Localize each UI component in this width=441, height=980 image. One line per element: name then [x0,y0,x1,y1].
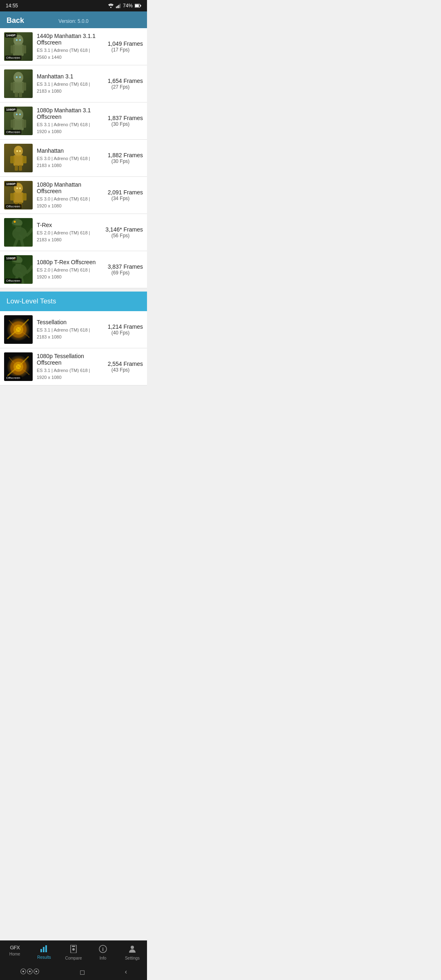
svg-point-52 [19,187,21,189]
svg-point-33 [16,114,18,115]
score-fps: (43 Fps) [98,367,143,373]
svg-point-57 [14,221,16,223]
score-fps: (17 Fps) [98,47,143,53]
item-score: 3,146* Frames (56 Fps) [98,226,143,238]
svg-rect-37 [13,155,23,166]
score-frames: 1,837 Frames [98,115,143,121]
item-title: 1080p Manhattan 3.1 Offscreen [37,107,98,120]
top-bar: Back Version: 5.0.0 [0,11,147,28]
item-info: 1080p Tessellation Offscreen ES 3.1 | Ad… [37,353,98,381]
svg-rect-1 [116,7,117,8]
svg-rect-23 [19,92,22,97]
badge-bottom: Offscreen [5,56,22,60]
item-score: 2,554 Frames (43 Fps) [98,361,143,373]
thumbnail: Offscreen [4,352,33,381]
version-text: Version: 5.0.0 [7,18,140,24]
list-item[interactable]: Offscreen 1080p Tessellation Offscreen E… [0,348,147,385]
low-level-header: Low-Level Tests [0,292,147,311]
item-score: 1,654 Frames (27 Fps) [98,78,143,90]
svg-point-0 [110,7,111,8]
svg-rect-12 [22,45,26,53]
badge-top: 1080P [5,107,17,112]
svg-point-15 [16,39,18,41]
badge-bottom: Offscreen [5,278,22,283]
svg-rect-47 [10,193,15,200]
score-fps: (27 Fps) [98,84,143,90]
list-item[interactable]: 1080P Offscreen 1080p Manhattan Offscree… [0,177,147,214]
score-frames: 1,882 Frames [98,152,143,158]
item-title: Tessellation [37,319,98,325]
item-subtitle: ES 3.0 | Adreno (TM) 618 |1920 x 1080 [37,196,98,209]
score-fps: (34 Fps) [98,196,143,201]
item-title: 1080p Manhattan Offscreen [37,181,98,194]
list-item[interactable]: T-Rex ES 2.0 | Adreno (TM) 618 |2183 x 1… [0,214,147,251]
svg-rect-11 [11,45,15,53]
item-score: 1,214 Frames (40 Fps) [98,323,143,336]
badge-bottom: Offscreen [5,130,22,134]
battery-icon [135,4,141,8]
thumbnail: 1080P Offscreen [4,107,33,135]
svg-point-51 [16,187,18,189]
item-info: 1080p Manhattan Offscreen ES 3.0 | Adren… [37,181,98,209]
svg-point-18 [13,72,23,83]
svg-rect-7 [135,4,139,7]
badge-top: 1080P [5,256,17,261]
svg-point-36 [14,146,23,156]
item-info: Tessellation ES 3.1 | Adreno (TM) 618 |2… [37,319,98,340]
signal-icon [116,3,121,8]
svg-point-24 [16,76,18,78]
svg-rect-3 [118,5,119,8]
score-frames: 3,837 Frames [98,263,143,270]
item-subtitle: ES 3.1 | Adreno (TM) 618 |1920 x 1080 [37,367,98,381]
score-frames: 1,654 Frames [98,78,143,84]
item-title: Manhattan 3.1 [37,73,98,80]
thumbnail [4,69,33,98]
item-info: 1080p Manhattan 3.1 Offscreen ES 3.1 | A… [37,107,98,135]
svg-rect-48 [22,193,27,200]
svg-rect-4 [120,4,120,8]
list-item[interactable]: 1440P Offscreen 1440p Manhattan 3.1.1 Of… [0,28,147,65]
thumbnail: 1440P Offscreen [4,32,33,61]
item-score: 2,091 Frames (34 Fps) [98,189,143,201]
score-frames: 3,146* Frames [98,226,143,233]
svg-rect-21 [22,82,26,91]
svg-rect-39 [22,156,27,163]
list-item[interactable]: Manhattan ES 3.0 | Adreno (TM) 618 |2183… [0,140,147,177]
list-item[interactable]: 1080P Offscreen 1080p Manhattan 3.1 Offs… [0,102,147,140]
svg-rect-29 [11,120,15,128]
list-item[interactable]: Manhattan 3.1 ES 3.1 | Adreno (TM) 618 |… [0,65,147,102]
item-info: Manhattan ES 3.0 | Adreno (TM) 618 |2183… [37,147,98,169]
badge-top: 1440P [5,33,17,38]
item-score: 1,837 Frames (30 Fps) [98,115,143,127]
status-bar: 14:55 74% [0,0,147,11]
item-info: 1080p T-Rex Offscreen ES 2.0 | Adreno (T… [37,259,98,280]
list-item[interactable]: 1080P Offscreen 1080p T-Rex Offscreen ES… [0,251,147,288]
item-subtitle: ES 3.1 | Adreno (TM) 618 |2183 x 1080 [37,327,98,340]
battery-text: 74% [123,3,133,9]
svg-point-16 [19,39,21,41]
svg-rect-6 [140,5,141,7]
thumbnail [4,144,33,172]
list-item[interactable]: Tessellation ES 3.1 | Adreno (TM) 618 |2… [0,311,147,348]
svg-rect-38 [10,156,15,163]
item-subtitle: ES 3.1 | Adreno (TM) 618 |2183 x 1080 [37,81,98,94]
item-subtitle: ES 3.0 | Adreno (TM) 618 |2183 x 1080 [37,155,98,169]
svg-rect-41 [19,165,22,171]
item-title: 1080p Tessellation Offscreen [37,353,98,366]
status-time: 14:55 [6,3,18,9]
badge-top: 1080P [5,182,17,186]
item-score: 1,882 Frames (30 Fps) [98,152,143,164]
results-list: 1440P Offscreen 1440p Manhattan 3.1.1 Of… [0,28,147,288]
thumbnail [4,218,33,247]
wifi-icon [108,3,114,8]
svg-rect-2 [117,6,118,8]
score-fps: (30 Fps) [98,158,143,164]
score-frames: 2,091 Frames [98,189,143,196]
badge-bottom: Offscreen [5,376,22,380]
svg-point-25 [19,76,21,78]
item-title: Manhattan [37,147,98,154]
score-fps: (40 Fps) [98,330,143,336]
svg-rect-20 [11,82,15,91]
svg-point-43 [19,150,21,152]
score-fps: (30 Fps) [98,121,143,127]
